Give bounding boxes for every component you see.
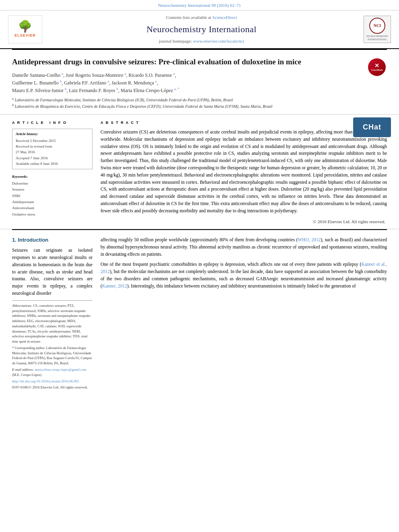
crossmark-label: CrossMark (371, 69, 383, 72)
crossmark-badge[interactable]: ✕ CrossMark (367, 57, 387, 77)
affiliations: a Laboratório de Farmacologia Molecular,… (12, 97, 387, 110)
journal-homepage-link[interactable]: www.elsevier.com/locate/nci (193, 39, 244, 43)
left-column: A R T I C L E I N F O Article history: R… (12, 120, 93, 225)
introduction-title: 1. Introduction (12, 236, 93, 244)
intro-left-paragraph: Seizures can originate as isolated respo… (12, 247, 93, 297)
article-title-text: Antidepressant drugs in convulsive seizu… (12, 58, 301, 66)
journal-citation-text: Neurochemistry International 99 (2016) 6… (158, 3, 241, 8)
keyword-anticonvulsant: Anticonvulsant (12, 205, 93, 211)
chat-button-label: CHat (363, 123, 381, 131)
nci-label: NEUROCHEMISTRYINTERNATIONAL (366, 35, 388, 41)
journal-header: 🌳 ELSEVIER Contents lists available at S… (0, 10, 399, 49)
article-info-header-label: A R T I C L E I N F O (12, 120, 93, 125)
journal-title: Neurochemistry International (48, 23, 355, 36)
email-footnote: E-mail address: maria.elena.crespo.lopez… (12, 367, 93, 378)
author-9: Maria Elena Crespo-López a, * (121, 88, 179, 93)
author-3: Ricardo S.O. Paraense a (129, 72, 175, 78)
revised-date: 27 May 2016 (16, 149, 89, 155)
author-4: Guilherme L. Busanello b (12, 80, 62, 86)
sciencedirect-line: Contents lists available at ScienceDirec… (48, 14, 355, 21)
kanner-ref-1[interactable]: Kanner et al., 2012 (101, 262, 387, 274)
elsevier-text: ELSEVIER (14, 33, 36, 38)
keywords-label: Keywords: (12, 174, 93, 179)
crossmark-icon: ✕ CrossMark (368, 58, 386, 76)
corresponding-footnote: * Corresponding author. Laboratório de F… (12, 345, 93, 366)
keyword-seizures: Seizures (12, 187, 93, 193)
journal-citation-bar: Neurochemistry International 99 (2016) 6… (0, 0, 399, 10)
article-title: Antidepressant drugs in convulsive seizu… (12, 57, 387, 67)
chat-button[interactable]: CHat (353, 117, 391, 137)
nci-logo-container: NCI NEUROCHEMISTRYINTERNATIONAL (359, 16, 391, 43)
kanner-ref-2[interactable]: Kanner, 2012 (102, 283, 127, 288)
author-6: Jackson R. Mendonça a (111, 80, 157, 86)
keywords-section: Keywords: Duloxetine Seizures SNRI Antid… (12, 174, 93, 217)
keyword-duloxetine: Duloxetine (12, 181, 93, 187)
keywords-list: Duloxetine Seizures SNRI Antidepressant … (12, 181, 93, 218)
keyword-snri: SNRI (12, 193, 93, 199)
accepted-date: Accepted 7 June 2016 (16, 155, 89, 161)
copyright-line: © 2016 Elsevier Ltd. All rights reserved… (101, 219, 387, 225)
homepage-label: journal homepage: (159, 39, 192, 43)
footnotes-area: Abbreviations: CS, convulsive seizures; … (12, 300, 93, 390)
author-2: José Rogerio Souza-Monteiro a (66, 72, 126, 78)
elsevier-tree-icon: 🌳 (18, 21, 32, 32)
introduction-left: 1. Introduction Seizures can originate a… (12, 236, 93, 390)
issn-line: 0197-0186/© 2016 Elsevier Ltd. All right… (12, 385, 93, 390)
author-5: Gabriela P.F. Arrifano a (64, 80, 109, 86)
intro-right-para1: affecting roughly 50 million people worl… (101, 236, 387, 258)
article-info-box: Article history: Received 2 December 201… (12, 129, 93, 170)
nci-logo: NCI NEUROCHEMISTRYINTERNATIONAL (364, 16, 391, 43)
crossmark-x: ✕ (374, 63, 379, 69)
email-link[interactable]: maria.elena.crespo.lopez@gmail.com (35, 368, 86, 372)
page-wrapper: Neurochemistry International 99 (2016) 6… (0, 0, 399, 394)
abstract-text: Convulsive seizures (CS) are deleterious… (101, 129, 387, 215)
affiliation-b: b Laboratório de Bioquímica do Exercício… (12, 103, 387, 109)
available-date: Available online 8 June 2016 (16, 161, 89, 166)
sciencedirect-link[interactable]: ScienceDirect (212, 15, 237, 20)
article-title-section: Antidepressant drugs in convulsive seizu… (0, 50, 399, 115)
header-center: Contents lists available at ScienceDirec… (48, 14, 355, 44)
author-8: Luiz Fernando F. Royes b (69, 88, 119, 93)
doi-link[interactable]: http://dx.doi.org/10.1016/j.neuint.2016.… (12, 379, 79, 383)
article-history-header: Article history: (16, 131, 89, 137)
intro-right-para2: One of the most frequent psychiatric com… (101, 261, 387, 290)
nci-circle-icon: NCI (369, 18, 385, 34)
who-ref[interactable]: WHO, 2012 (298, 237, 321, 242)
journal-homepage-line: journal homepage: www.elsevier.com/locat… (48, 38, 355, 44)
right-column: A B S T R A C T Convulsive seizures (CS)… (101, 120, 387, 225)
affiliation-a: a Laboratório de Farmacologia Molecular,… (12, 97, 387, 103)
author-1: Danielle Santana-Coelho a (12, 72, 63, 78)
keyword-oxidative-stress: Oxidative stress (12, 212, 93, 218)
doi-line[interactable]: http://dx.doi.org/10.1016/j.neuint.2016.… (12, 379, 93, 384)
abbreviations-footnote: Abbreviations: CS, convulsive seizures; … (12, 303, 93, 344)
received-date: Received 2 December 2015 (16, 138, 89, 144)
abstract-header-label: A B S T R A C T (101, 120, 387, 125)
elsevier-logo-container: 🌳 ELSEVIER (8, 15, 44, 43)
introduction-section: 1. Introduction Seizures can originate a… (0, 230, 399, 394)
authors-line: Danielle Santana-Coelho a, José Rogerio … (12, 71, 387, 94)
article-info-abstract-section: A R T I C L E I N F O Article history: R… (0, 115, 399, 229)
author-7: Mauro E.P. Silveira-Junior b (12, 88, 67, 93)
introduction-right: affecting roughly 50 million people worl… (101, 236, 387, 390)
contents-label: Contents lists available at (166, 15, 211, 20)
elsevier-logo: 🌳 ELSEVIER (8, 15, 42, 43)
keyword-antidepressant: Antidepressant (12, 199, 93, 205)
received-revised-label: Received in revised form (16, 144, 89, 149)
